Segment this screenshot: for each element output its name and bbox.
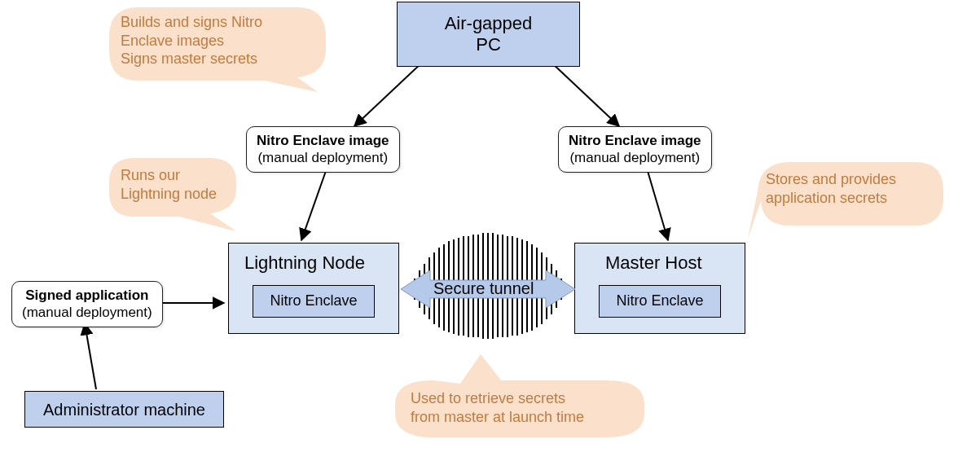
svg-line-3 <box>648 171 668 240</box>
enclave-image-left-box: Nitro Enclave image (manual deployment) <box>246 126 400 173</box>
annotation-airgapped: Builds and signs Nitro Enclave images Si… <box>121 13 262 68</box>
secure-tunnel-label: Secure tunnel <box>433 279 534 298</box>
enclave-image-right-note: (manual deployment) <box>569 149 700 166</box>
administrator-machine-box: Administrator machine <box>24 391 224 428</box>
airgapped-line2: PC <box>476 34 501 55</box>
svg-line-1 <box>550 61 619 126</box>
enclave-image-left-note: (manual deployment) <box>257 149 388 166</box>
master-enclave-label: Nitro Enclave <box>616 292 703 310</box>
administrator-machine-label: Administrator machine <box>43 400 205 419</box>
annotation-master: Stores and provides application secrets <box>766 170 896 207</box>
svg-line-5 <box>85 323 96 389</box>
master-host-title: Master Host <box>605 252 702 274</box>
enclave-image-left-title: Nitro Enclave image <box>257 132 389 149</box>
signed-application-box: Signed application (manual deployment) <box>11 281 163 327</box>
lightning-enclave-box: Nitro Enclave <box>253 285 375 318</box>
annotation-lightning: Runs our Lightning node <box>121 166 217 203</box>
svg-line-0 <box>354 61 424 126</box>
lightning-node-title: Lightning Node <box>244 252 365 274</box>
svg-line-2 <box>301 171 326 240</box>
master-enclave-box: Nitro Enclave <box>599 285 721 318</box>
airgapped-pc-box: Air-gapped PC <box>397 2 580 67</box>
signed-application-note: (manual deployment) <box>22 304 152 321</box>
airgapped-line1: Air-gapped <box>445 13 533 34</box>
signed-application-title: Signed application <box>25 287 148 304</box>
lightning-enclave-label: Nitro Enclave <box>270 292 357 310</box>
enclave-image-right-title: Nitro Enclave image <box>569 132 701 149</box>
enclave-image-right-box: Nitro Enclave image (manual deployment) <box>558 126 712 173</box>
annotation-tunnel: Used to retrieve secrets from master at … <box>411 389 584 426</box>
